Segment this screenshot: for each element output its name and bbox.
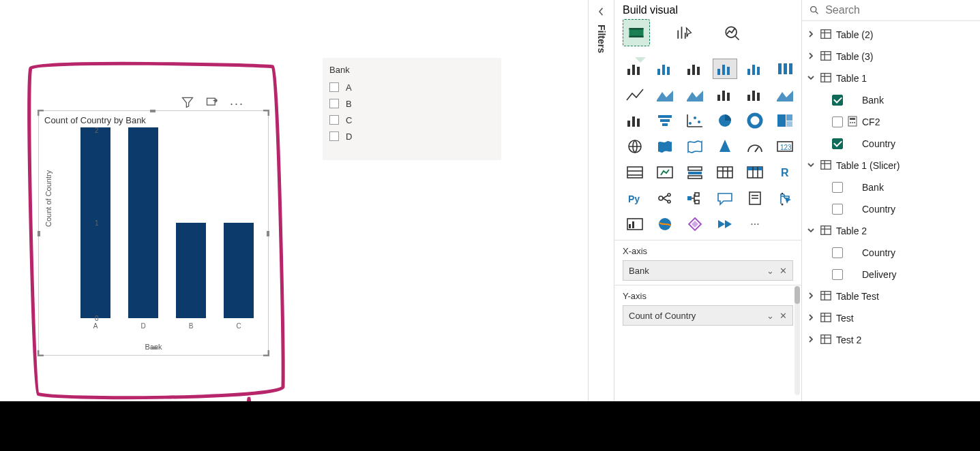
viz-type-multirow-card[interactable] (623, 162, 647, 183)
viz-type-r-visual[interactable]: R (773, 162, 797, 183)
table-node[interactable]: Test (802, 307, 980, 329)
viz-type-matrix[interactable] (743, 162, 767, 183)
x-axis-field-well[interactable]: Bank ⌄✕ (623, 260, 793, 281)
viz-type-more[interactable]: ··· (743, 214, 767, 234)
slicer-item[interactable]: A (329, 79, 494, 95)
table-node[interactable]: Table Test (802, 285, 980, 307)
field-checkbox[interactable] (832, 138, 843, 149)
viz-type-stacked-bar-100[interactable] (683, 59, 707, 79)
viz-type-line[interactable] (623, 84, 647, 105)
chevron-down-icon[interactable]: ⌄ (767, 266, 774, 276)
bar[interactable] (224, 223, 254, 318)
viz-type-line-column[interactable] (713, 84, 737, 105)
resize-handle[interactable] (149, 347, 158, 356)
viz-type-clustered-column[interactable] (653, 59, 677, 79)
viz-type-qa[interactable] (713, 188, 737, 208)
y-axis-field-well[interactable]: Count of Country ⌄✕ (623, 305, 793, 326)
slicer-visual[interactable]: Bank ABCD (323, 58, 501, 160)
bar[interactable] (176, 223, 206, 318)
chevron-right-icon[interactable] (806, 335, 816, 346)
bar[interactable] (128, 127, 158, 318)
chevron-down-icon[interactable] (806, 226, 816, 237)
viz-type-shape-map[interactable] (683, 136, 707, 157)
viz-type-table[interactable] (713, 162, 737, 183)
viz-type-area[interactable] (653, 84, 677, 105)
viz-type-clustered-column[interactable] (713, 59, 737, 79)
viz-type-decomposition[interactable] (683, 188, 707, 208)
resize-handle[interactable] (149, 110, 158, 119)
bar-chart-visual[interactable]: Count of Country by Bank Count of Countr… (38, 110, 269, 356)
resize-handle[interactable] (260, 228, 269, 238)
viz-type-paginated[interactable] (743, 188, 767, 208)
field-checkbox[interactable] (832, 116, 843, 127)
search-input[interactable] (825, 4, 973, 16)
field-node[interactable]: Country (802, 242, 980, 264)
viz-type-column-line[interactable] (743, 84, 767, 105)
table-node[interactable]: Table 1 (802, 67, 980, 89)
chevron-right-icon[interactable] (806, 29, 816, 41)
viz-type-ribbon[interactable] (773, 59, 797, 79)
more-options-icon[interactable]: ··· (230, 97, 244, 111)
resize-handle[interactable] (38, 110, 47, 119)
viz-type-pie[interactable] (713, 110, 737, 131)
checkbox-icon[interactable] (329, 131, 339, 141)
field-node[interactable]: Bank (802, 89, 980, 111)
fields-search[interactable] (802, 0, 980, 21)
viz-type-small-multiples[interactable] (623, 214, 647, 234)
checkbox-icon[interactable] (329, 115, 339, 125)
viz-type-column-marker[interactable] (623, 110, 647, 131)
field-checkbox[interactable] (832, 269, 843, 280)
resize-handle[interactable] (38, 347, 47, 356)
viz-type-powerapps[interactable] (683, 214, 707, 234)
table-node[interactable]: Table (3) (802, 46, 980, 67)
filters-pane-collapsed[interactable]: Filters (588, 0, 614, 401)
field-node[interactable]: Bank (802, 176, 980, 198)
checkbox-icon[interactable] (329, 99, 339, 108)
chevron-down-icon[interactable] (806, 73, 816, 84)
viz-type-arcgis[interactable] (653, 214, 677, 234)
viz-type-area-stacked[interactable] (683, 84, 707, 105)
viz-type-treemap[interactable] (773, 110, 797, 131)
viz-type-card-number[interactable]: 123 (773, 136, 797, 157)
slicer-item[interactable]: D (329, 128, 494, 144)
chevron-down-icon[interactable] (806, 160, 816, 172)
viz-type-donut[interactable] (743, 110, 767, 131)
slicer-item[interactable]: B (329, 95, 494, 112)
expand-pane-icon[interactable] (595, 5, 608, 18)
viz-type-kpi[interactable] (653, 162, 677, 183)
viz-type-py-visual[interactable]: Py (623, 188, 647, 208)
viz-type-automate[interactable] (713, 214, 737, 234)
viz-type-filled-map[interactable] (653, 136, 677, 157)
viz-type-waterfall-area[interactable] (773, 84, 797, 105)
viz-type-gauge[interactable] (743, 136, 767, 157)
slicer-item[interactable]: C (329, 112, 494, 128)
scrollbar-thumb[interactable] (795, 286, 800, 304)
field-node[interactable]: Country (802, 198, 980, 220)
field-checkbox[interactable] (832, 182, 843, 193)
chevron-right-icon[interactable] (806, 313, 816, 324)
table-node[interactable]: Test 2 (802, 329, 980, 351)
format-visual-tab[interactable] (670, 19, 698, 46)
table-node[interactable]: Table 1 (Slicer) (802, 155, 980, 176)
viz-type-map[interactable] (623, 136, 647, 157)
viz-type-azure-map[interactable] (713, 136, 737, 157)
filter-icon[interactable] (181, 95, 194, 112)
table-node[interactable]: Table (2) (802, 24, 980, 46)
resize-handle[interactable] (260, 110, 269, 119)
field-checkbox[interactable] (832, 95, 843, 106)
field-node[interactable]: Delivery (802, 264, 980, 285)
table-node[interactable]: Table 2 (802, 220, 980, 242)
resize-handle[interactable] (260, 347, 269, 356)
field-node[interactable]: CF2 (802, 111, 980, 133)
checkbox-icon[interactable] (329, 82, 339, 92)
viz-type-goals[interactable] (773, 188, 797, 208)
build-visual-tab[interactable] (623, 19, 650, 46)
analytics-tab[interactable] (718, 19, 745, 46)
focus-mode-icon[interactable] (205, 95, 219, 112)
resize-handle[interactable] (38, 228, 47, 238)
field-node[interactable]: Country (802, 133, 980, 155)
field-checkbox[interactable] (832, 247, 843, 258)
remove-field-icon[interactable]: ✕ (779, 311, 787, 321)
viz-type-slicer[interactable] (683, 162, 707, 183)
viz-type-funnel[interactable] (653, 110, 677, 131)
